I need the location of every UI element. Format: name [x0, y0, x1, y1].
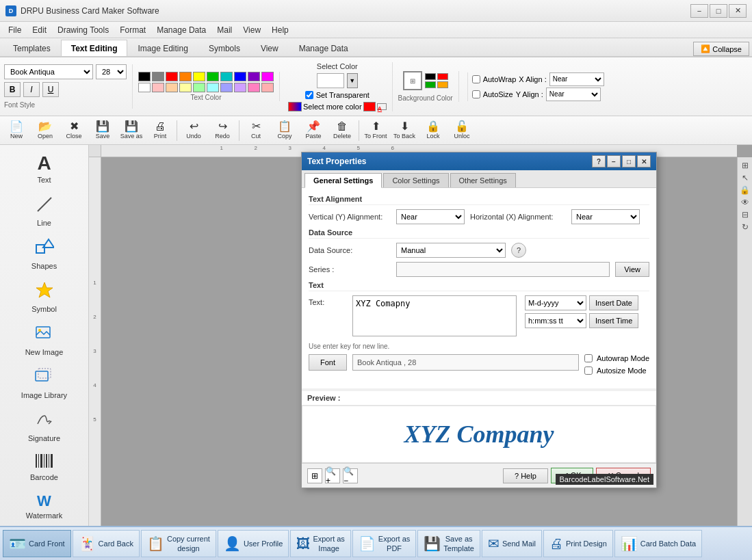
- insert-date-button[interactable]: Insert Date: [589, 295, 638, 310]
- swatch-red[interactable]: [166, 72, 178, 81]
- font-name-select[interactable]: Book Antiqua: [4, 64, 93, 79]
- text-textarea[interactable]: XYZ Comapny: [352, 295, 517, 336]
- user-profile-button[interactable]: 👤 User Profile: [218, 530, 289, 557]
- text-properties-dialog[interactable]: Text Properties ? − □ ✕ General Settings…: [301, 152, 657, 488]
- tool-shapes[interactable]: Shapes: [1, 233, 87, 275]
- tool-signature[interactable]: Signature: [1, 405, 87, 447]
- tab-text-editing[interactable]: Text Editing: [61, 40, 128, 56]
- tool-symbol[interactable]: Symbol: [1, 276, 87, 318]
- help-footer-button[interactable]: ? Help: [503, 468, 548, 483]
- swatch-purple[interactable]: [248, 72, 260, 81]
- set-transparent-checkbox[interactable]: [305, 91, 313, 99]
- menu-drawing-tools[interactable]: Drawing Tools: [52, 23, 114, 38]
- tool-watermark[interactable]: W Watermark: [1, 488, 87, 524]
- bg-swatch-2[interactable]: [437, 73, 448, 80]
- copy-design-button[interactable]: 📋 Copy currentdesign: [141, 530, 216, 557]
- tab-manage-data[interactable]: Manage Data: [289, 40, 359, 56]
- table-icon-btn[interactable]: ⊞: [307, 468, 322, 483]
- save-template-button[interactable]: 💾 Save asTemplate: [417, 530, 480, 557]
- swatch-light-green[interactable]: [193, 83, 205, 92]
- cut-button[interactable]: ✂ Cut: [242, 118, 270, 143]
- color-accent-btn[interactable]: [363, 102, 376, 111]
- new-button[interactable]: 📄 New: [3, 118, 30, 143]
- bg-swatch-3[interactable]: [425, 81, 436, 88]
- swatch-magenta[interactable]: [261, 72, 274, 81]
- swatch-light-blue[interactable]: [220, 83, 233, 92]
- tab-color-settings[interactable]: Color Settings: [383, 173, 448, 187]
- tool-image-library[interactable]: Image Library: [1, 362, 87, 404]
- undo-button[interactable]: ↩ Undo: [180, 118, 207, 143]
- zoom-out-btn[interactable]: 🔍−: [343, 468, 358, 483]
- menu-mail[interactable]: Mail: [211, 23, 237, 38]
- swatch-orange[interactable]: [179, 72, 192, 81]
- menu-help[interactable]: Help: [266, 23, 294, 38]
- save-as-button[interactable]: 💾 Save as: [118, 118, 145, 143]
- card-batch-data-button[interactable]: 📊 Card Batch Data: [614, 530, 702, 557]
- dialog-maximize-btn[interactable]: □: [622, 155, 636, 168]
- dialog-close-btn[interactable]: ✕: [637, 155, 651, 168]
- tab-general-settings[interactable]: General Settings: [304, 173, 382, 188]
- time-format-select[interactable]: h:mm:ss tt: [525, 313, 586, 328]
- export-pdf-button[interactable]: 📄 Export asPDF: [352, 530, 416, 557]
- tool-text[interactable]: A Text: [1, 148, 87, 189]
- tool-barcode[interactable]: Barcode: [1, 449, 87, 486]
- tab-templates[interactable]: Templates: [3, 40, 61, 56]
- autosize-checkbox[interactable]: [472, 90, 480, 98]
- y-align-select[interactable]: Near: [546, 88, 601, 101]
- color-underline-btn[interactable]: A: [377, 103, 387, 110]
- autowrap-checkbox[interactable]: [472, 75, 480, 83]
- horizontal-align-select[interactable]: Near Center Far: [571, 209, 640, 224]
- send-mail-button[interactable]: ✉ Send Mail: [482, 530, 542, 557]
- redo-button[interactable]: ↪ Redo: [209, 118, 236, 143]
- tool-new-image[interactable]: New Image: [1, 319, 87, 361]
- color-dropdown-button[interactable]: ▼: [347, 73, 358, 88]
- print-design-button[interactable]: 🖨 Print Design: [543, 530, 613, 557]
- font-size-select[interactable]: 28: [96, 64, 127, 79]
- menu-format[interactable]: Format: [114, 23, 151, 38]
- swatch-light-yellow[interactable]: [179, 83, 192, 92]
- minimize-button[interactable]: −: [690, 4, 708, 18]
- select-more-color-row[interactable]: Select more color A: [288, 102, 387, 111]
- bold-button[interactable]: B: [4, 82, 21, 97]
- paste-button[interactable]: 📌 Paste: [300, 118, 327, 143]
- insert-time-button[interactable]: Insert Time: [589, 313, 638, 328]
- unlock-button[interactable]: 🔓 Unloc: [448, 118, 476, 143]
- vertical-align-select[interactable]: Near Center Far: [396, 209, 465, 224]
- swatch-blue[interactable]: [234, 72, 246, 81]
- menu-file[interactable]: File: [3, 23, 27, 38]
- italic-button[interactable]: I: [23, 82, 40, 97]
- autosize-mode-checkbox[interactable]: [584, 366, 593, 375]
- swatch-green[interactable]: [207, 72, 219, 81]
- x-align-select[interactable]: Near: [549, 72, 604, 86]
- swatch-cyan[interactable]: [220, 72, 233, 81]
- swatch-light-red[interactable]: [152, 83, 164, 92]
- swatch-pink[interactable]: [248, 83, 260, 92]
- tab-other-settings[interactable]: Other Settings: [450, 173, 516, 187]
- data-source-help-btn[interactable]: ?: [511, 243, 526, 258]
- lock-button[interactable]: 🔒 Lock: [419, 118, 447, 143]
- swatch-light-purple[interactable]: [234, 83, 246, 92]
- date-format-select[interactable]: M-d-yyyy: [525, 295, 586, 310]
- menu-manage-data[interactable]: Manage Data: [151, 23, 211, 38]
- maximize-button[interactable]: □: [710, 4, 727, 18]
- bg-swatch-4[interactable]: [437, 81, 448, 88]
- series-input[interactable]: [396, 262, 610, 277]
- open-button[interactable]: 📂 Open: [31, 118, 59, 143]
- card-back-button[interactable]: 🃏 Card Back: [73, 530, 140, 557]
- tab-image-editing[interactable]: Image Editing: [127, 40, 198, 56]
- card-front-button[interactable]: 🪪 Card Front: [3, 530, 71, 557]
- copy-button[interactable]: 📋 Copy: [271, 118, 298, 143]
- data-source-select[interactable]: Manual Database: [396, 243, 506, 258]
- collapse-button[interactable]: 🔼 Collapse: [693, 42, 749, 56]
- swatch-gray[interactable]: [152, 72, 164, 81]
- swatch-yellow[interactable]: [193, 72, 205, 81]
- export-image-button[interactable]: 🖼 Export asImage: [290, 530, 350, 557]
- to-front-button[interactable]: ⬆ To Front: [362, 118, 389, 143]
- delete-button[interactable]: 🗑 Delete: [328, 118, 356, 143]
- menu-edit[interactable]: Edit: [27, 23, 52, 38]
- swatch-white[interactable]: [138, 83, 151, 92]
- zoom-in-btn[interactable]: 🔍+: [325, 468, 340, 483]
- menu-view[interactable]: View: [237, 23, 266, 38]
- dialog-minimize-btn[interactable]: −: [607, 155, 621, 168]
- dialog-help-btn[interactable]: ?: [592, 155, 606, 168]
